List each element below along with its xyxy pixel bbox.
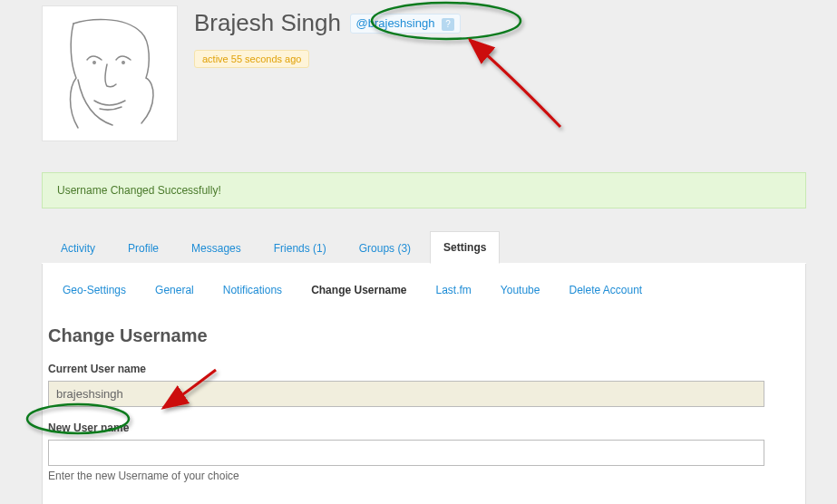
subtab-notifications[interactable]: Notifications [209, 276, 297, 304]
new-username-hint: Enter the new Username of your choice [48, 470, 800, 482]
help-icon[interactable]: ? [442, 18, 454, 31]
subtab-lastfm[interactable]: Last.fm [422, 276, 486, 304]
avatar-placeholder-icon [51, 15, 169, 132]
subtab-youtube[interactable]: Youtube [486, 276, 555, 304]
current-username-label: Current User name [48, 363, 800, 375]
svg-point-0 [93, 62, 95, 63]
new-username-label: New User name [48, 422, 800, 434]
tab-groups[interactable]: Groups (3) [346, 232, 424, 264]
display-name: Brajesh Singh [194, 9, 341, 37]
new-username-input[interactable] [48, 440, 764, 466]
activity-status: active 55 seconds ago [194, 50, 309, 68]
subtab-geo[interactable]: Geo-Settings [48, 276, 141, 304]
settings-subtabs: Geo-Settings General Notifications Chang… [43, 264, 805, 316]
subtab-delete[interactable]: Delete Account [554, 276, 657, 304]
avatar[interactable] [42, 5, 178, 141]
svg-point-1 [122, 62, 124, 63]
subtab-change-username[interactable]: Change Username [297, 276, 421, 304]
tab-profile[interactable]: Profile [114, 232, 172, 264]
username-handle[interactable]: @brajeshsingh ? [350, 14, 462, 34]
success-notice: Username Changed Successfully! [42, 172, 806, 208]
current-username-input [48, 381, 764, 407]
tab-activity[interactable]: Activity [47, 232, 109, 264]
subtab-general[interactable]: General [141, 276, 209, 304]
tab-settings[interactable]: Settings [430, 231, 500, 264]
handle-text: @brajeshsingh [356, 16, 435, 30]
tab-messages[interactable]: Messages [178, 232, 255, 264]
tab-friends[interactable]: Friends (1) [260, 232, 340, 264]
profile-tabs: Activity Profile Messages Friends (1) Gr… [42, 230, 806, 264]
section-title: Change Username [48, 325, 800, 346]
